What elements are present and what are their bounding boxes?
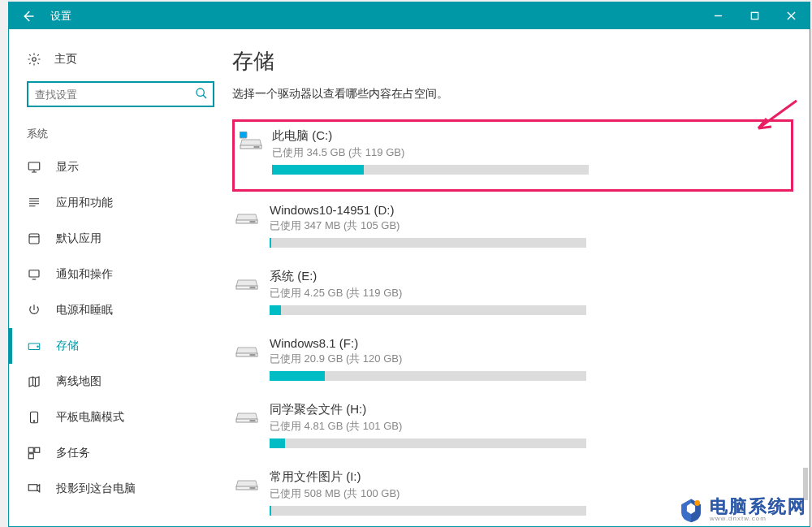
sidebar-item-2[interactable]: 默认应用 (9, 221, 232, 257)
drive-usage: 已使用 508 MB (共 100 GB) (270, 486, 793, 501)
svg-point-1 (32, 58, 37, 62)
sidebar-item-label: 离线地图 (56, 374, 102, 389)
drive-row[interactable]: 同学聚会文件 (H:)已使用 4.81 GB (共 101 GB) (232, 397, 793, 460)
settings-window: 设置 主页 系统 显示应用和功能默认应用通知和操作电源和睡眠存储离线地图平板电脑… (8, 2, 810, 527)
drive-usage: 已使用 4.25 GB (共 119 GB) (270, 286, 793, 300)
svg-rect-14 (240, 132, 247, 138)
drive-icon (235, 206, 258, 224)
svg-rect-3 (28, 162, 40, 170)
svg-rect-5 (29, 270, 39, 277)
svg-rect-16 (254, 147, 259, 148)
svg-rect-10 (28, 447, 33, 452)
svg-rect-12 (28, 454, 33, 459)
sidebar-item-icon (27, 303, 41, 317)
usage-bar (270, 438, 586, 448)
sidebar-item-icon (27, 196, 41, 210)
sidebar-item-1[interactable]: 应用和功能 (9, 185, 232, 221)
sidebar-item-label: 多任务 (56, 446, 90, 460)
home-button[interactable]: 主页 (9, 45, 232, 75)
close-icon (787, 11, 796, 20)
svg-rect-24 (250, 421, 255, 421)
sidebar-item-8[interactable]: 多任务 (9, 435, 232, 471)
sidebar-item-icon (27, 160, 41, 175)
drive-row[interactable]: Windows8.1 (F:)已使用 20.9 GB (共 120 GB) (232, 331, 793, 392)
search-icon (195, 87, 208, 100)
gear-icon (27, 52, 41, 67)
drive-icon (240, 132, 262, 149)
sidebar-item-6[interactable]: 离线地图 (9, 364, 232, 400)
page-title: 存储 (232, 47, 793, 76)
close-button[interactable] (773, 2, 810, 29)
svg-rect-13 (28, 485, 37, 491)
sidebar-item-icon (27, 446, 41, 460)
drive-row[interactable]: Windows10-14951 (D:)已使用 347 MB (共 105 GB… (232, 198, 793, 259)
svg-rect-11 (35, 447, 40, 452)
minimize-button[interactable] (700, 2, 736, 29)
search-input[interactable] (27, 81, 214, 107)
sidebar-item-5[interactable]: 存储 (9, 328, 232, 364)
sidebar-item-4[interactable]: 电源和睡眠 (9, 292, 232, 328)
main-panel: 存储 选择一个驱动器以查看哪些内容在占空间。 此电脑 (C:)已使用 34.5 … (232, 29, 810, 526)
svg-rect-22 (250, 355, 255, 356)
drive-usage: 已使用 20.9 GB (共 120 GB) (270, 352, 793, 366)
svg-rect-26 (250, 488, 255, 489)
sidebar-item-7[interactable]: 平板电脑模式 (9, 400, 232, 435)
drive-row[interactable]: 系统 (E:)已使用 4.25 GB (共 119 GB) (232, 264, 793, 326)
sidebar-item-label: 电源和睡眠 (56, 303, 113, 317)
sidebar-item-icon (27, 267, 41, 282)
arrow-left-icon (20, 9, 35, 24)
sidebar-item-label: 默认应用 (56, 231, 102, 246)
drive-icon (235, 405, 258, 423)
sidebar-item-icon (27, 410, 41, 425)
maximize-icon (750, 11, 759, 20)
drive-icon (235, 272, 258, 290)
sidebar-item-label: 存储 (56, 339, 79, 353)
maximize-button[interactable] (736, 2, 773, 29)
svg-rect-4 (29, 234, 39, 244)
svg-point-7 (37, 346, 39, 348)
home-label: 主页 (54, 52, 77, 67)
sidebar-item-label: 通知和操作 (56, 267, 113, 282)
sidebar-item-icon (27, 482, 41, 496)
window-controls (700, 2, 810, 29)
drive-usage: 已使用 4.81 GB (共 101 GB) (270, 419, 793, 434)
usage-bar (270, 371, 586, 381)
sidebar: 主页 系统 显示应用和功能默认应用通知和操作电源和睡眠存储离线地图平板电脑模式多… (9, 29, 232, 526)
window-title: 设置 (50, 9, 71, 24)
drive-row[interactable]: 此电脑 (C:)已使用 34.5 GB (共 119 GB) (232, 119, 793, 192)
sidebar-item-0[interactable]: 显示 (9, 149, 232, 185)
usage-bar (272, 165, 589, 175)
sidebar-item-label: 显示 (56, 160, 79, 175)
page-subtitle: 选择一个驱动器以查看哪些内容在占空间。 (232, 87, 793, 102)
window-body: 主页 系统 显示应用和功能默认应用通知和操作电源和睡眠存储离线地图平板电脑模式多… (9, 29, 810, 526)
drive-name: 同学聚会文件 (H:) (270, 402, 793, 417)
sidebar-item-label: 投影到这台电脑 (56, 482, 136, 496)
drive-list: 此电脑 (C:)已使用 34.5 GB (共 119 GB)Windows10-… (232, 119, 793, 526)
sidebar-heading: 系统 (9, 122, 232, 149)
sidebar-item-icon (27, 339, 41, 353)
scrollbar[interactable] (803, 468, 808, 500)
minimize-icon (714, 11, 723, 20)
drive-name: 此电脑 (C:) (272, 128, 786, 144)
svg-rect-20 (250, 287, 255, 288)
usage-bar (270, 238, 586, 248)
sidebar-item-icon (27, 374, 41, 389)
svg-point-9 (33, 421, 35, 422)
titlebar: 设置 (9, 2, 810, 29)
drive-icon (235, 339, 258, 357)
search-wrap (27, 81, 214, 107)
usage-bar (270, 305, 586, 315)
back-button[interactable] (9, 2, 45, 29)
drive-usage: 已使用 34.5 GB (共 119 GB) (272, 145, 786, 160)
sidebar-item-icon (27, 231, 41, 246)
drive-name: 常用文件图片 (I:) (270, 469, 793, 485)
sidebar-item-label: 平板电脑模式 (56, 410, 124, 425)
drive-icon (235, 473, 258, 490)
svg-rect-18 (250, 222, 255, 222)
drive-name: 系统 (E:) (270, 269, 793, 284)
drive-row[interactable]: 常用文件图片 (I:)已使用 508 MB (共 100 GB) (232, 464, 793, 526)
drive-name: Windows10-14951 (D:) (270, 203, 793, 217)
sidebar-item-3[interactable]: 通知和操作 (9, 257, 232, 292)
usage-bar (270, 506, 586, 516)
sidebar-item-9[interactable]: 投影到这台电脑 (9, 471, 232, 507)
